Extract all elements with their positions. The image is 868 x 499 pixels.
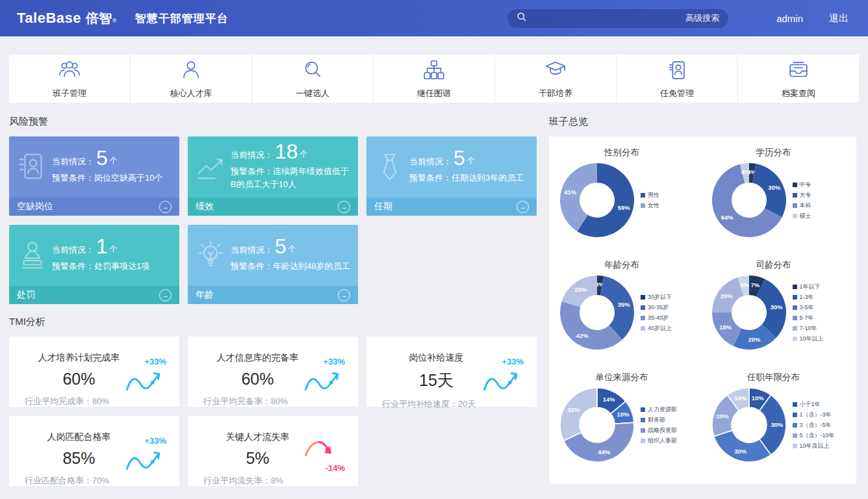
condition-text: 任期达到3年的员工 (452, 173, 524, 183)
username-link[interactable]: admin (776, 13, 803, 24)
risk-count: 1 (96, 238, 108, 255)
legend-item: 35-40岁 (641, 314, 672, 322)
wave-down-icon (302, 437, 344, 461)
legend-label: 30-35岁 (648, 303, 669, 312)
nav-label: 一键选人 (296, 88, 329, 99)
nav-label: 档案查阅 (782, 88, 815, 99)
risk-card-punishment[interactable]: 当前情况： 1 个 预警条件：处罚事项达1项 处罚 → (9, 225, 179, 304)
legend-item: 财务部 (641, 416, 677, 424)
team-overview-panel: 性别分布 59%41% 男性女性 学历分布 3%30%64%4% 中专大专本科硕… (549, 136, 856, 484)
nav-item-archive-view[interactable]: 档案查阅 (738, 55, 859, 103)
risk-card-footer: 处罚 → (9, 286, 179, 304)
legend-label: 中专 (800, 181, 811, 189)
trend-value: -14% (302, 464, 345, 472)
condition-label: 预警条件： (52, 261, 94, 271)
legend-label: 35-40岁 (648, 314, 669, 322)
legend-item: 战略投资部 (641, 426, 677, 435)
legend-label: 女性 (648, 201, 659, 210)
right-column: 班子总览 性别分布 59%41% 男性女性 学历分布 3%30%64%4% 中专… (549, 116, 856, 484)
legend-swatch (641, 407, 645, 412)
risk-count: 5 (453, 149, 465, 167)
current-label: 当前情况： (231, 149, 273, 161)
tmi-card-info-completeness: 人才信息库的完备率 60% 行业平均完备率：80% +33% (188, 337, 358, 407)
legend-label: 1（含）-3年 (800, 411, 832, 419)
nav-item-talent-pool[interactable]: 核心人才库 (131, 55, 252, 103)
donut-chart: 10%30%30%20%10% (709, 385, 789, 465)
chart-legend: 30岁以下30-35岁35-40岁40岁以上 (641, 293, 672, 333)
brand-logo[interactable]: TaleBase 倍智 ® (17, 10, 117, 27)
risk-card-name: 绩效 (196, 201, 214, 212)
trend-value: +33% (123, 437, 166, 445)
chart-title: 司龄分布 (732, 259, 815, 271)
dashboard-page: TaleBase 倍智 ® 智慧干部管理平台 高级搜索 admin 退出 (0, 0, 868, 499)
search-bar[interactable]: 高级搜索 (507, 9, 728, 28)
trend-up-graphic: +33% (123, 437, 166, 476)
legend-item: 男性 (641, 191, 659, 199)
legend-label: 10年以上 (800, 335, 824, 343)
nav-item-team-mgmt[interactable]: 班子管理 (9, 55, 131, 103)
slice-value-label: 5% (740, 281, 749, 288)
risk-card-vacancy[interactable]: 当前情况： 5 个 预警条件：岗位空缺高于10个 空缺岗位 → (9, 136, 179, 216)
nav-item-cadre-training[interactable]: 干部培养 (495, 55, 617, 103)
chart-legend: 小于1年1（含）-3年3（含）-5年5（含）-10年10年及以上 (793, 400, 835, 450)
legend-item: 硕士 (793, 212, 811, 220)
legend-label: 3-5年 (800, 303, 814, 312)
legend-swatch (641, 439, 645, 443)
tmi-industry-benchmark: 行业匹配合格率：70% (25, 475, 179, 487)
legend-swatch (793, 433, 797, 438)
legend-swatch (641, 203, 645, 208)
trend-chart-icon (192, 149, 231, 185)
legend-item: 10年及以上 (793, 442, 835, 450)
risk-card-tenure[interactable]: 当前情况： 5 个 预警条件：任期达到3年的员工 任期 → (366, 136, 537, 216)
chart-company-tenure: 司龄分布 7%30%20%18%20%5% 1年以下1-3年3-5年5-7年7-… (705, 255, 857, 368)
legend-label: 财务部 (648, 416, 665, 424)
arrow-button[interactable]: → (338, 289, 350, 301)
risk-card-name: 任期 (374, 201, 392, 212)
legend-swatch (641, 305, 645, 310)
search-input[interactable] (532, 13, 680, 24)
legend-swatch (641, 428, 645, 433)
legend-label: 小于1年 (800, 400, 821, 409)
magnifier-icon (300, 58, 325, 85)
legend-label: 人力资源部 (648, 405, 677, 414)
search-icon (517, 12, 527, 25)
nav-item-succession-map[interactable]: 继任图谱 (374, 55, 495, 103)
legend-item: 5-7年 (793, 314, 824, 322)
legend-label: 5（含）-10年 (800, 431, 835, 440)
risk-unit: 个 (467, 155, 475, 166)
risk-unit: 个 (110, 244, 118, 255)
risk-card-footer: 空缺岗位 → (9, 198, 179, 216)
chart-legend: 人力资源部财务部战略投资部组织人事部 (641, 405, 677, 445)
risk-card-name: 空缺岗位 (17, 201, 53, 212)
chart-position-tenure: 任职年限分布 10%30%30%20%10% 小于1年1（含）-3年3（含）-5… (705, 368, 857, 480)
legend-swatch (793, 214, 797, 218)
chart-unit-source: 单位来源分布 14%10%44%32% 人力资源部财务部战略投资部组织人事部 (553, 368, 705, 480)
legend-swatch (641, 193, 645, 198)
legend-swatch (793, 295, 797, 300)
nav-item-appointment-mgmt[interactable]: 任免管理 (617, 55, 738, 103)
advanced-search-link[interactable]: 高级搜索 (685, 12, 719, 24)
chart-title: 单位来源分布 (580, 372, 663, 383)
bulb-icon (192, 238, 231, 273)
risk-card-age[interactable]: 当前情况： 5 个 预警条件：年龄达到48岁的员工 年龄 → (188, 225, 358, 304)
slice-value-label: 20% (574, 286, 587, 293)
legend-swatch (641, 295, 645, 300)
trend-up-graphic: +33% (302, 357, 345, 397)
arrow-button[interactable]: → (517, 201, 529, 213)
id-card-icon (665, 58, 689, 85)
slice-value-label: 59% (618, 204, 631, 211)
arrow-button[interactable]: → (338, 201, 350, 213)
logout-link[interactable]: 退出 (829, 12, 849, 25)
risk-card-footer: 年龄 → (188, 286, 358, 304)
tmi-industry-benchmark: 行业平均补给速度：20天 (382, 398, 537, 410)
slice-value-label: 30% (734, 448, 747, 455)
nav-item-quick-select[interactable]: 一键选人 (252, 55, 374, 103)
legend-label: 40岁以上 (648, 324, 672, 333)
app-title: 智慧干部管理平台 (135, 11, 229, 26)
arrow-button[interactable]: → (159, 289, 172, 301)
brand-name-en: TaleBase (17, 10, 81, 27)
arrow-button[interactable]: → (159, 201, 172, 213)
risk-card-performance[interactable]: 当前情况： 18 个 预警条件：连续两年绩效值低于B的员工大于10人 绩效 → (188, 136, 358, 216)
legend-item: 女性 (641, 201, 659, 210)
archive-icon (786, 58, 811, 85)
